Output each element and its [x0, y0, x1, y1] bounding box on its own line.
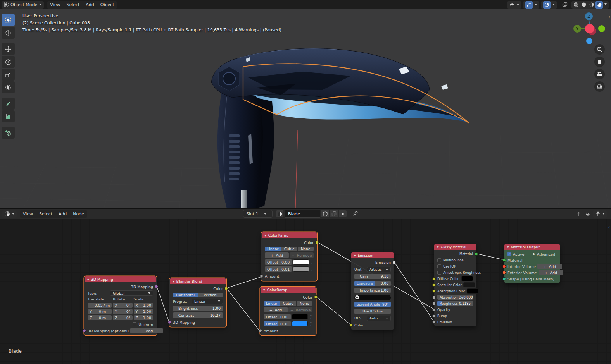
pin-button[interactable]: [352, 210, 358, 217]
camera-view-button[interactable]: [594, 69, 605, 79]
node-emission[interactable]: ▼ Emission Emission Unit: Artistic Gain9…: [351, 252, 394, 330]
snap-dropdown[interactable]: [523, 1, 539, 9]
socket-bump-in[interactable]: [432, 314, 436, 318]
menu-object[interactable]: Object: [97, 1, 117, 9]
mode-dropdown[interactable]: Object Mode: [2, 1, 44, 9]
node-header[interactable]: ▼ Emission: [351, 252, 394, 258]
unlink-material-button[interactable]: [339, 210, 347, 218]
rotate-z-field[interactable]: Z0°: [113, 315, 132, 320]
anisotropic-roughness-checkbox[interactable]: [437, 271, 441, 275]
node-3d-mapping[interactable]: ▼ 3D Mapping 3D Mapping Type: Global Tra…: [84, 276, 157, 335]
socket-interior-volume-in[interactable]: [502, 265, 506, 268]
collapse-icon[interactable]: ▼: [87, 278, 89, 281]
collapse-icon[interactable]: ▼: [507, 246, 509, 248]
multibounce-checkbox[interactable]: [437, 258, 441, 262]
socket-3d-mapping-in[interactable]: [168, 321, 171, 324]
node-header[interactable]: ▼ ColorRamp: [262, 232, 317, 238]
use-ies-file-button[interactable]: Use IES File: [354, 309, 391, 314]
socket-absorption-density-in[interactable]: [432, 295, 436, 299]
scale-z-field[interactable]: Z1.00: [134, 315, 153, 320]
stop-extra-icons[interactable]: ＋◦: [310, 266, 314, 272]
brightness-field[interactable]: Brightness 1.00: [173, 306, 223, 311]
remove-stop-button[interactable]: −Remove: [290, 252, 314, 258]
tool-select-box[interactable]: [2, 14, 15, 26]
shading-rendered-button[interactable]: [595, 1, 603, 9]
mapping-type-dropdown[interactable]: Global: [110, 290, 153, 296]
stop2-offset-field[interactable]: Offset0.01: [265, 266, 292, 272]
editor-type-dropdown[interactable]: [2, 210, 17, 218]
stop2-color-swatch[interactable]: [292, 321, 308, 326]
link-blend-to-ramp1[interactable]: [226, 277, 261, 288]
socket-amount-in[interactable]: [259, 329, 262, 333]
importance-field[interactable]: Importance1.00: [354, 288, 391, 293]
node-colorramp-2[interactable]: ▼ ColorRamp Color Linear Cubic None +Add…: [260, 287, 316, 335]
progression-dropdown[interactable]: Linear: [192, 299, 223, 304]
linear-button[interactable]: Linear: [265, 247, 281, 251]
menu-select[interactable]: Select: [36, 210, 55, 218]
stop1-offset-field[interactable]: Offset0.00: [265, 259, 292, 265]
socket-emission-in[interactable]: [432, 320, 436, 324]
emission-color-bar[interactable]: [354, 295, 391, 300]
absorption-density-field[interactable]: Absorption De0.000: [437, 295, 473, 300]
socket-opacity-in[interactable]: [432, 308, 436, 311]
stop1-offset-field[interactable]: Offset0.00: [264, 314, 291, 319]
socket-color-out[interactable]: [314, 295, 318, 299]
stop2-offset-field[interactable]: Offset0.30: [264, 321, 291, 326]
material-name-input[interactable]: Blade: [285, 210, 320, 218]
use-ior-checkbox[interactable]: [437, 264, 441, 268]
spread-angle-field[interactable]: Spread Angle90°: [354, 302, 391, 307]
dls-dropdown[interactable]: Auto: [367, 316, 391, 321]
proportional-edit-dropdown[interactable]: [541, 1, 557, 9]
node-header[interactable]: ▼ Glossy Material: [434, 244, 476, 250]
new-material-button[interactable]: [330, 210, 338, 218]
translate-x-field[interactable]: -0.057 m: [88, 303, 112, 308]
socket-exterior-volume-in[interactable]: [502, 271, 506, 275]
tool-move[interactable]: [2, 43, 15, 55]
node-header[interactable]: ▼ ColorRamp: [261, 287, 316, 293]
socket-color-out[interactable]: [224, 287, 228, 290]
roughness-field[interactable]: Roughness0.1185: [437, 301, 473, 306]
collapse-icon[interactable]: ▼: [173, 280, 174, 283]
node-header[interactable]: ▼ Material Output: [504, 244, 560, 250]
translate-y-field[interactable]: Y0 m: [88, 309, 112, 314]
node-glossy-material[interactable]: ▼ Glossy Material Material Multibounce U…: [434, 244, 476, 326]
collapse-icon[interactable]: ▼: [354, 254, 356, 257]
stop-extra-icons[interactable]: ＋◦: [309, 321, 312, 326]
menu-add[interactable]: Add: [55, 210, 70, 218]
cubic-button[interactable]: Cubic: [281, 247, 297, 251]
pan-button[interactable]: [594, 57, 605, 67]
material-browse-button[interactable]: [276, 210, 284, 218]
shading-material-button[interactable]: [588, 1, 595, 9]
diffuse-color-swatch[interactable]: [461, 276, 473, 281]
add-stop-button[interactable]: +Add: [264, 307, 288, 312]
horizontal-button[interactable]: Horizontal: [173, 293, 198, 297]
socket-3d-mapping-in[interactable]: [83, 329, 86, 333]
specular-color-swatch[interactable]: [463, 282, 475, 287]
collapse-icon[interactable]: ▼: [437, 246, 439, 248]
node-editor[interactable]: ▼ 3D Mapping 3D Mapping Type: Global Tra…: [0, 219, 611, 364]
overlays-toggle[interactable]: [561, 1, 568, 9]
shading-wireframe-button[interactable]: [572, 1, 580, 9]
snap-target-dropdown[interactable]: [593, 210, 607, 218]
menu-node[interactable]: Node: [70, 210, 87, 218]
visibility-dropdown[interactable]: [507, 1, 521, 9]
stop1-color-swatch[interactable]: [292, 314, 308, 319]
ortho-toggle-button[interactable]: [594, 81, 605, 92]
menu-add[interactable]: Add: [83, 1, 97, 9]
snap-toggle-button[interactable]: [584, 210, 591, 218]
tool-add-cube[interactable]: [2, 127, 15, 139]
zoom-button[interactable]: [594, 44, 605, 55]
region-collapse-arrow[interactable]: ‹: [608, 224, 610, 230]
navigation-gizmo[interactable]: Z Y: [573, 12, 605, 44]
uniform-checkbox[interactable]: [133, 322, 136, 326]
exposure-field[interactable]: Exposure0.00: [354, 281, 391, 286]
none-button[interactable]: None: [297, 301, 312, 306]
socket-roughness-in[interactable]: [432, 302, 436, 305]
socket-specular-color-in[interactable]: [432, 283, 436, 287]
go-to-parent-button[interactable]: [575, 210, 582, 218]
menu-view[interactable]: View: [20, 210, 36, 218]
node-header[interactable]: ▼ Blender Blend: [170, 278, 226, 284]
fake-user-button[interactable]: [321, 210, 329, 218]
contrast-field[interactable]: Contrast 16.27: [173, 312, 223, 318]
none-button[interactable]: None: [298, 247, 314, 251]
